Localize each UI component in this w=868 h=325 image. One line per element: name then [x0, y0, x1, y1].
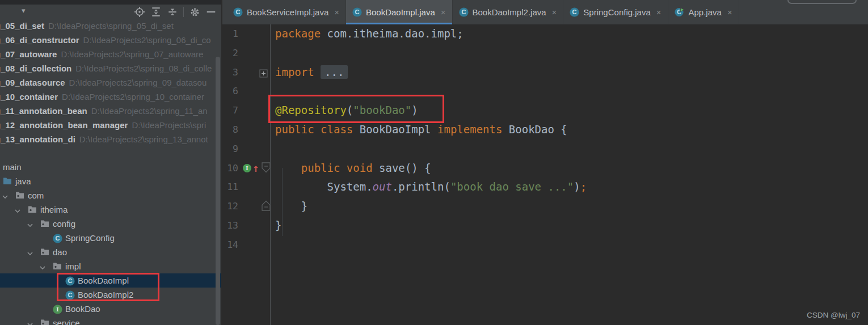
code-line-8: 8public class BookDaoImpl implements Boo… [222, 120, 868, 140]
tree-item-label: com [28, 188, 44, 202]
module-name: g_06_di_constructor [0, 35, 79, 45]
close-icon[interactable]: × [334, 7, 339, 17]
code-text: System.out.println("book dao save ..."); [275, 178, 587, 197]
tree-item-service[interactable]: service [0, 316, 221, 325]
code-line-14: 14 [222, 235, 868, 255]
svg-text:I: I [56, 306, 58, 313]
module-name: g_07_autoware [0, 49, 57, 59]
code-text: } [275, 197, 307, 216]
tab-label: SpringConfig.java [583, 7, 650, 17]
close-icon[interactable]: × [441, 7, 446, 17]
tree-item-dao[interactable]: dao [0, 245, 221, 259]
chevron-down-icon[interactable] [27, 249, 33, 256]
fold-region-end-icon[interactable] [261, 200, 271, 213]
line-number: 8 [222, 120, 238, 140]
code-text: package com.itheima.dao.impl; [275, 24, 464, 44]
code-line-10: 10I↑ public void save() { [222, 159, 868, 178]
tab-bookserviceimpl-java[interactable]: CBookServiceImpl.java× [227, 0, 346, 24]
tree-item-impl[interactable]: impl [0, 259, 221, 273]
module-name: g_12_annotation_bean_manager [0, 120, 128, 130]
module-path: D:\IdeaProjects2\spring_13_annot [79, 134, 208, 144]
chevron-down-icon[interactable] [27, 221, 33, 227]
tree-item-com[interactable]: com [0, 188, 221, 202]
line-number: 12 [222, 197, 238, 216]
tree-item-bookdao[interactable]: IBookDao [0, 302, 221, 316]
implements-marker-icon[interactable]: I [243, 164, 251, 172]
tree-item-label: itheima [40, 202, 68, 217]
tab-label: App.java [689, 7, 722, 17]
package-icon [40, 248, 49, 257]
project-module-row[interactable]: g_08_di_collectionD:\IdeaProjects2\sprin… [0, 61, 221, 75]
tree-item-java[interactable]: java [0, 174, 221, 188]
class-icon: C [570, 7, 579, 17]
close-icon[interactable]: × [727, 7, 732, 17]
project-module-row[interactable]: g_06_di_constructorD:\IdeaProjects2\spri… [0, 33, 221, 47]
editor-pane: CBookServiceImpl.java×CBookDaoImpl.java×… [222, 0, 868, 325]
tree-item-main[interactable]: main [0, 160, 221, 174]
line-number: 14 [222, 235, 238, 255]
svg-text:C: C [55, 235, 60, 242]
close-icon[interactable]: × [552, 7, 557, 17]
module-name: g_09_datasource [0, 78, 65, 87]
svg-text:C: C [572, 9, 577, 15]
chevron-down-icon[interactable]: ▾ [22, 6, 26, 15]
toolbar-separator [183, 7, 184, 17]
code-text: public void save() { [275, 159, 431, 178]
chevron-down-icon[interactable] [2, 192, 9, 199]
code-text: import ... [275, 63, 348, 82]
project-module-row[interactable]: g_05_di_setD:\IdeaProjects\spring_05_di_… [0, 19, 221, 33]
code-line-9: 9 [222, 140, 868, 159]
module-name: g_13_annotation_di [0, 134, 75, 144]
chevron-down-icon[interactable] [27, 320, 33, 325]
svg-text:C: C [235, 9, 240, 15]
package-icon [28, 205, 37, 214]
folder-java-icon [3, 177, 12, 186]
chevron-down-icon[interactable] [14, 206, 21, 213]
tab-bookdaoimpl2-java[interactable]: CBookDaoImpl2.java× [453, 0, 564, 24]
module-path: D:\IdeaProjects2\spring_07_autoware [61, 49, 203, 59]
project-module-row[interactable]: g_13_annotation_diD:\IdeaProjects2\sprin… [0, 132, 221, 146]
tab-bookdaoimpl-java[interactable]: CBookDaoImpl.java× [346, 0, 453, 24]
project-module-row[interactable]: g_11_annotation_beanD:\IdeaProjects2\spr… [0, 104, 221, 118]
editor-tab-bar: CBookServiceImpl.java×CBookDaoImpl.java×… [222, 0, 868, 24]
tree-item-itheima[interactable]: itheima [0, 202, 221, 217]
line-number: 11 [222, 178, 238, 197]
project-module-row[interactable]: g_10_containerD:\IdeaProjects2\spring_10… [0, 90, 221, 104]
tab-springconfig-java[interactable]: CSpringConfig.java× [563, 0, 668, 24]
close-icon[interactable]: × [656, 7, 661, 17]
code-editor[interactable]: 1package com.itheima.dao.impl;23import .… [222, 24, 868, 325]
project-module-row[interactable]: g_12_annotation_bean_managerD:\IdeaProje… [0, 118, 221, 132]
tree-item-label: java [15, 174, 31, 188]
chevron-down-icon[interactable] [39, 263, 46, 270]
fold-region-start-icon[interactable] [261, 162, 271, 175]
expand-all-icon[interactable] [150, 6, 162, 18]
tree-item-springconfig[interactable]: CSpringConfig [0, 231, 221, 245]
tree-item-config[interactable]: config [0, 217, 221, 231]
code-line-6: 6 [222, 82, 868, 101]
module-name: g_10_container [0, 92, 58, 102]
module-name: g_08_di_collection [0, 64, 71, 73]
code-line-2: 2 [222, 44, 868, 63]
folded-imports-region[interactable]: ... [321, 65, 348, 79]
tab-label: BookDaoImpl2.java [473, 7, 546, 17]
class-icon: C [233, 7, 243, 17]
tree-item-label: main [3, 160, 22, 174]
line-number: 7 [222, 101, 238, 120]
expand-fold-icon[interactable] [259, 67, 268, 80]
locate-file-icon[interactable] [134, 6, 145, 18]
partial-control[interactable] [787, 0, 857, 4]
code-text: } [275, 216, 281, 235]
module-path: D:\IdeaProjects2\spring_09_datasou [69, 78, 207, 87]
collapse-all-icon[interactable] [167, 6, 178, 18]
project-module-row[interactable]: g_09_datasourceD:\IdeaProjects2\spring_0… [0, 75, 221, 90]
hide-panel-icon[interactable] [205, 6, 217, 18]
project-module-row[interactable]: g_07_autowareD:\IdeaProjects2\spring_07_… [0, 47, 221, 61]
scrollbar-thumb[interactable] [216, 57, 220, 325]
project-toolbar: ▾ [0, 5, 221, 19]
navigate-up-arrow-icon[interactable]: ↑ [252, 161, 259, 175]
tab-app-java[interactable]: CApp.java× [668, 0, 739, 24]
code-line-1: 1package com.itheima.dao.impl; [222, 24, 868, 44]
package-icon [40, 220, 49, 229]
package-icon [40, 319, 49, 325]
settings-gear-icon[interactable] [189, 6, 200, 18]
